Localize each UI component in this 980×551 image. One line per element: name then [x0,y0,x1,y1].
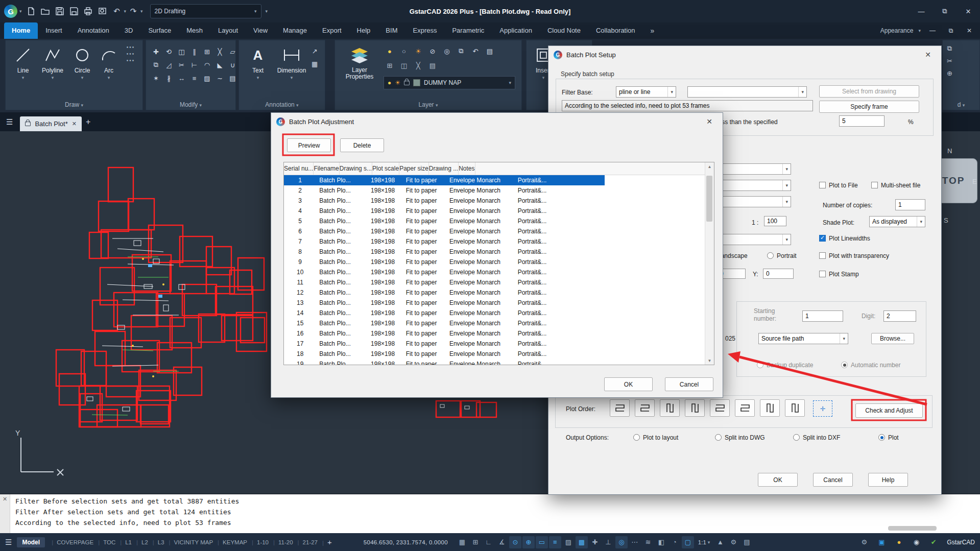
layout-tab[interactable]: 21-27 [294,539,318,545]
more-draw-tools[interactable]: ••••••••• [123,44,138,63]
layer-isolate-icon[interactable]: ◎ [441,45,453,57]
doc-minimize-button[interactable]: — [926,27,939,34]
qat-customize-caret-icon[interactable]: ▾ [266,9,268,14]
stretch-icon[interactable]: ▱ [227,45,238,58]
ribbon-tab[interactable]: Mesh [179,22,210,39]
plot-linewidths-checkbox[interactable]: Plot Linewidths [819,235,870,242]
polyline-edit-icon[interactable]: ∼ [214,72,226,84]
table-header-cell[interactable]: Plot scale [372,162,399,175]
order-horizontal-s-reverse-icon[interactable] [635,399,655,417]
scale-value-input[interactable]: 100 [764,216,786,226]
order-vertical-z-reverse-icon[interactable] [785,399,805,417]
preview-button[interactable]: Preview [287,138,331,152]
layer-on-icon[interactable]: ● [384,45,396,57]
dynamic-input-icon[interactable]: ▭ [536,536,548,548]
select-from-drawing-button[interactable]: Select from drawing [819,85,919,98]
circle-caret-icon[interactable]: ▾ [81,75,84,80]
browse-button[interactable]: Browse... [871,333,914,344]
command-history[interactable]: Filter Before selection sets and get tot… [10,496,980,528]
layout-tab[interactable]: 1-10 [248,539,269,545]
layer-match-icon[interactable]: ⧉ [455,45,467,57]
layout-tab[interactable]: L3 [149,539,164,545]
gstarcad-logo-icon[interactable]: G [4,5,17,18]
order-vertical-s-reverse-icon[interactable] [685,399,705,417]
layer-bulb-icon[interactable]: ● [388,79,391,86]
layer-combo-caret-icon[interactable]: ▾ [509,80,511,85]
properties-icon[interactable]: ▤ [227,72,238,84]
update-check-icon[interactable]: ✔ [927,536,940,548]
doc-restore-button[interactable]: ⧉ [944,27,958,34]
redo-icon[interactable]: ↷ [126,4,140,18]
workspace-combo[interactable]: 2D Drafting ▾ [150,4,261,18]
layout-tab[interactable]: L1 [116,539,132,545]
table-row[interactable]: 5 Batch Plo... 198×198 Fit to paper Enve… [284,216,605,226]
appearance-caret-icon[interactable]: ▾ [918,28,921,33]
table-header-cell[interactable]: Serial nu... [284,162,314,175]
digit-input[interactable]: 2 [883,310,916,322]
layer-off-icon[interactable]: ○ [398,45,410,57]
delete-button[interactable]: Delete [340,138,384,152]
app-menu-icon[interactable]: ☰ [3,117,16,127]
insert-caret-icon[interactable]: ▾ [542,75,545,80]
cut-icon[interactable]: ✂ [947,57,952,65]
split-into-dwg-radio-icon[interactable] [715,434,722,441]
table-row[interactable]: 19 Batch Plo... 198×198 Fit to paper Env… [284,359,605,365]
check-and-adjust-button[interactable]: Check and Adjust [855,403,923,418]
transparency-icon[interactable]: ▨ [562,536,575,548]
text-tool[interactable]: A Text ▾ [244,44,272,80]
3d-osnap-icon[interactable]: ✚ [589,536,601,548]
copy-icon[interactable]: ⧉ [150,59,162,71]
more-options-icon[interactable]: ⋯ [629,536,641,548]
object-snap-icon[interactable]: ⊙ [509,536,521,548]
security-shield-icon[interactable]: ▣ [875,536,888,548]
rotate-icon[interactable]: ⟲ [163,45,175,58]
redo-caret-icon[interactable]: ▾ [140,9,143,14]
annotation-scale-icon[interactable]: ▲ [714,536,726,548]
modify-panel-label[interactable]: Modify ▾ [146,101,235,108]
layer-lock-icon[interactable]: ⊘ [426,45,439,57]
command-close-icon[interactable]: ✕ [3,496,7,502]
window-close-button[interactable]: ✕ [957,0,980,22]
setup-close-icon[interactable]: ✕ [920,51,936,59]
ribbon-tab[interactable]: Application [492,22,540,39]
plot-transparency-box-icon[interactable] [819,252,826,259]
adjust-ok-button[interactable]: OK [604,377,653,391]
split-into-dwg-radio[interactable]: Split into DWG [715,434,765,441]
table-row[interactable]: 17 Batch Plo... 198×198 Fit to paper Env… [284,339,605,349]
layer-freeze-sun-icon[interactable]: ☀ [395,79,400,86]
ribbon-tab[interactable]: Parametric [444,22,492,39]
layout-tab[interactable]: VICINITY MAP [165,539,213,545]
open-file-icon[interactable] [38,4,53,18]
starting-number-input[interactable]: 1 [802,310,843,322]
scroll-down-icon[interactable]: ▼ [705,356,714,365]
scroll-up-icon[interactable]: ▲ [705,162,714,171]
brand-label[interactable]: GstarCAD [947,539,975,546]
layout-tab[interactable]: COVERPAGE [48,539,93,545]
plot-to-file-box-icon[interactable] [819,182,826,188]
adjust-close-icon[interactable]: ✕ [701,117,718,126]
layer-color-swatch[interactable] [413,79,420,86]
plot-to-layout-radio-icon[interactable] [633,434,640,441]
arc-tool[interactable]: Arc ▾ [98,44,120,80]
dimension-tool[interactable]: Dimension ▾ [274,44,309,80]
annotation-scale-chip[interactable]: 1:1 ▾ [698,539,710,545]
plot-radio[interactable]: Plot [878,434,899,441]
table-header-cell[interactable]: Drawing s... [340,162,372,175]
paste-icon[interactable]: ⧉ [947,44,952,53]
new-file-icon[interactable] [24,4,38,18]
hatch-edit-icon[interactable]: ▨ [201,72,213,84]
window-restore-button[interactable]: ⧉ [933,0,957,22]
plot-stamp-checkbox[interactable]: Plot Stamp [819,271,859,278]
selection-cycling-icon[interactable]: ▩ [576,536,588,548]
polyline-tool[interactable]: Polyline ▾ [38,44,67,80]
layer-properties-tool[interactable]: Layer Properties [339,44,380,80]
user-account-icon[interactable]: ◉ [910,536,922,548]
ribbon-tab[interactable]: Home [4,22,38,39]
line-tool[interactable]: Line ▾ [10,44,36,80]
snap-icon[interactable]: ⊞ [469,536,482,548]
join-icon[interactable]: ∪ [227,59,238,71]
file-tab[interactable]: Batch Plot* ✕ [20,116,82,131]
chamfer-icon[interactable]: ◣ [214,59,226,71]
save-icon[interactable] [53,4,67,18]
ribbon-tab[interactable]: Surface [140,22,179,39]
